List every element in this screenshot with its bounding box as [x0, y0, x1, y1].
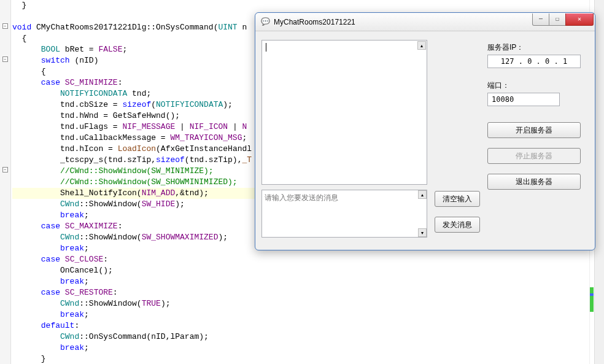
clear-button[interactable]: 清空输入	[435, 191, 480, 207]
ip-label: 服务器IP：	[487, 42, 524, 53]
chat-log[interactable]: ▴	[261, 40, 427, 185]
code-line[interactable]: break;	[12, 276, 602, 287]
stop-server-button[interactable]: 停止服务器	[487, 148, 581, 164]
minimize-button[interactable]: ─	[532, 14, 549, 26]
code-line[interactable]: }	[12, 0, 602, 11]
code-line[interactable]: case SC_RESTORE:	[12, 287, 602, 298]
gutter: − − −	[0, 0, 11, 364]
change-marker	[590, 287, 594, 312]
send-button[interactable]: 发关消息	[435, 217, 480, 233]
text-cursor	[266, 43, 266, 52]
fold-toggle[interactable]: −	[2, 56, 8, 62]
window-title: MyChatRooms20171221	[274, 18, 533, 26]
vertical-scrollbar[interactable]	[594, 0, 604, 364]
scroll-down-icon[interactable]: ▾	[418, 228, 427, 237]
dialog-body: ▴ ▴ ▾ 清空输入 发关消息 服务器IP： 127 . 0 . 0 . 1 端…	[255, 31, 595, 250]
titlebar[interactable]: 💬 MyChatRooms20171221 ─ ☐ ✕	[255, 13, 595, 31]
message-input[interactable]	[261, 190, 427, 238]
code-line[interactable]: case SC_CLOSE:	[12, 254, 602, 265]
code-line[interactable]: break;	[12, 343, 602, 354]
maximize-button[interactable]: ☐	[549, 14, 566, 26]
exit-server-button[interactable]: 退出服务器	[487, 174, 581, 190]
scroll-up-icon[interactable]: ▴	[418, 190, 427, 199]
code-line[interactable]: CWnd::OnSysCommand(nID,lParam);	[12, 331, 602, 343]
scroll-up-icon[interactable]: ▴	[417, 41, 426, 50]
start-server-button[interactable]: 开启服务器	[487, 122, 581, 138]
port-label: 端口：	[487, 80, 509, 91]
close-button[interactable]: ✕	[565, 14, 594, 26]
code-line[interactable]: CWnd::ShowWindow(TRUE);	[12, 298, 602, 309]
code-line[interactable]: }	[12, 354, 602, 364]
fold-toggle[interactable]: −	[2, 167, 8, 172]
fold-toggle[interactable]: −	[2, 23, 8, 29]
code-line[interactable]: break;	[12, 309, 602, 320]
code-line[interactable]: default:	[12, 320, 602, 331]
code-line[interactable]: OnCancel();	[12, 265, 602, 276]
app-dialog: 💬 MyChatRooms20171221 ─ ☐ ✕ ▴ ▴ ▾ 清空输入 发…	[255, 12, 595, 250]
app-icon: 💬	[260, 17, 270, 27]
ip-input[interactable]: 127 . 0 . 0 . 1	[487, 55, 581, 68]
window-buttons: ─ ☐ ✕	[533, 14, 594, 26]
port-input[interactable]: 10080	[487, 93, 560, 106]
caret-marker	[590, 293, 594, 296]
